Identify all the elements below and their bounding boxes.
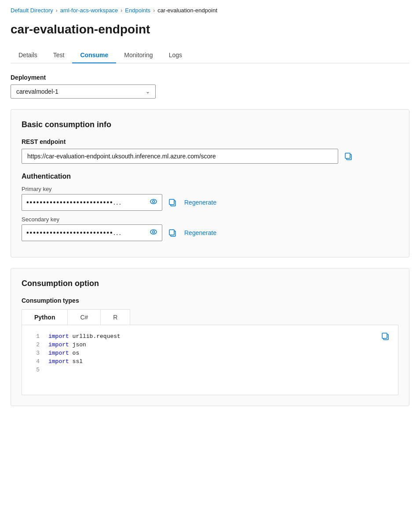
copy-icon (168, 229, 176, 237)
code-keyword-2: import (48, 341, 69, 348)
svg-rect-9 (169, 230, 174, 235)
lang-tab-r[interactable]: R (100, 309, 130, 325)
lang-tab-csharp[interactable]: C# (67, 309, 101, 325)
breadcrumb-current: car-evaluation-endpoint (157, 7, 217, 14)
line-number-5: 5 (29, 367, 40, 373)
code-text-4: ssl (69, 358, 83, 365)
code-content-4: import ssl (48, 358, 83, 365)
tab-logs[interactable]: Logs (161, 47, 190, 63)
tab-details[interactable]: Details (11, 47, 45, 63)
code-content-2: import json (48, 341, 86, 348)
rest-endpoint-label: REST endpoint (22, 138, 398, 145)
secondary-key-dots: ••••••••••••••••••••••••••... (26, 229, 146, 237)
code-keyword-3: import (48, 350, 69, 356)
chevron-down-icon: ⌄ (146, 88, 150, 95)
svg-point-7 (153, 231, 155, 233)
tab-consume[interactable]: Consume (72, 47, 116, 63)
line-number-2: 2 (29, 341, 40, 348)
consumption-types-label: Consumption types (22, 297, 398, 304)
code-content-3: import os (48, 350, 79, 356)
primary-key-regenerate-button[interactable]: Regenerate (183, 197, 218, 208)
svg-point-2 (150, 199, 157, 204)
code-line-2: 2 import json (22, 341, 398, 349)
breadcrumb-separator-2: › (121, 7, 122, 14)
svg-rect-11 (382, 333, 387, 338)
code-copy-button[interactable] (380, 330, 391, 343)
line-number-4: 4 (29, 358, 40, 365)
code-line-5: 5 (22, 366, 398, 374)
svg-point-6 (150, 230, 157, 234)
primary-key-dots: ••••••••••••••••••••••••••... (26, 198, 146, 206)
code-text-3: os (69, 350, 79, 356)
secondary-key-input[interactable]: ••••••••••••••••••••••••••... (22, 224, 162, 241)
code-block: 1 import urllib.request 2 import json 3 … (22, 325, 398, 395)
tab-test[interactable]: Test (45, 47, 73, 63)
code-keyword-4: import (48, 358, 69, 365)
line-number-1: 1 (29, 333, 40, 340)
primary-key-row: ••••••••••••••••••••••••••... Regenerate (22, 194, 398, 211)
copy-icon (168, 198, 176, 206)
code-text-1: urllib.request (69, 333, 121, 340)
primary-key-label: Primary key (22, 186, 398, 192)
lang-tab-python[interactable]: Python (22, 309, 68, 325)
secondary-key-copy-button[interactable] (167, 227, 178, 238)
copy-icon (344, 152, 352, 160)
basic-consumption-card: Basic consumption info REST endpoint Aut… (11, 109, 409, 257)
svg-rect-1 (345, 153, 350, 158)
breadcrumb-endpoints[interactable]: Endpoints (125, 7, 150, 14)
primary-key-copy-button[interactable] (167, 197, 178, 208)
copy-endpoint-button[interactable] (343, 150, 354, 162)
breadcrumb-workspace[interactable]: aml-for-acs-workspace (60, 7, 118, 14)
page-title: car-evaluation-endpoint (11, 22, 409, 37)
breadcrumb-separator-1: › (56, 7, 58, 14)
breadcrumb-separator-3: › (153, 7, 155, 14)
code-text-2: json (69, 341, 86, 348)
line-number-3: 3 (29, 350, 40, 356)
tab-monitoring[interactable]: Monitoring (116, 47, 161, 63)
code-keyword-1: import (48, 333, 69, 340)
lang-tabs: Python C# R (22, 309, 398, 325)
primary-key-regenerate-label: Regenerate (184, 199, 216, 206)
secondary-key-label: Secondary key (22, 216, 398, 223)
svg-rect-5 (169, 199, 174, 205)
authentication-label: Authentication (22, 172, 398, 180)
deployment-section: Deployment carevalmodel-1 ⌄ (11, 74, 409, 99)
breadcrumb-default-directory[interactable]: Default Directory (11, 7, 53, 14)
consumption-option-title: Consumption option (22, 279, 398, 288)
secondary-key-regenerate-button[interactable]: Regenerate (183, 227, 218, 238)
copy-code-icon (381, 332, 389, 340)
rest-endpoint-input[interactable] (22, 149, 338, 164)
deployment-selected-value: carevalmodel-1 (16, 88, 58, 95)
basic-consumption-title: Basic consumption info (22, 120, 398, 129)
deployment-label: Deployment (11, 74, 409, 81)
code-line-3: 3 import os (22, 349, 398, 357)
breadcrumb: Default Directory › aml-for-acs-workspac… (11, 7, 409, 14)
deployment-dropdown[interactable]: carevalmodel-1 ⌄ (11, 84, 156, 99)
consumption-option-card: Consumption option Consumption types Pyt… (11, 268, 409, 406)
svg-point-3 (153, 201, 155, 203)
tabs-bar: Details Test Consume Monitoring Logs (11, 47, 409, 63)
primary-key-input[interactable]: ••••••••••••••••••••••••••... (22, 194, 162, 211)
code-line-1: 1 import urllib.request (22, 332, 398, 341)
secondary-key-regenerate-label: Regenerate (184, 229, 216, 236)
secondary-key-row: ••••••••••••••••••••••••••... Regenerate (22, 224, 398, 241)
rest-endpoint-row (22, 149, 398, 164)
primary-key-show-icon[interactable] (150, 198, 157, 207)
secondary-key-show-icon[interactable] (150, 228, 157, 238)
code-content-1: import urllib.request (48, 333, 121, 340)
code-line-4: 4 import ssl (22, 357, 398, 366)
